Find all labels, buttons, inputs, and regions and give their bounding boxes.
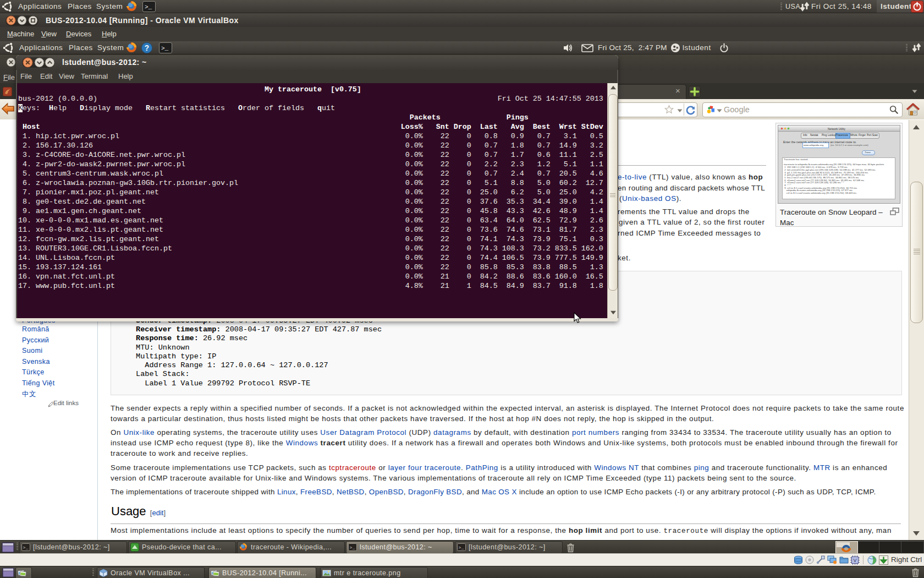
svg-text:V: V xyxy=(853,558,856,563)
svg-text:?: ? xyxy=(145,44,149,52)
svg-text:>_: >_ xyxy=(145,4,152,10)
svg-text:>_: >_ xyxy=(161,45,169,52)
svg-text:>_: >_ xyxy=(459,545,465,550)
svg-text:>_: >_ xyxy=(23,545,29,550)
svg-text:>_: >_ xyxy=(350,545,356,550)
